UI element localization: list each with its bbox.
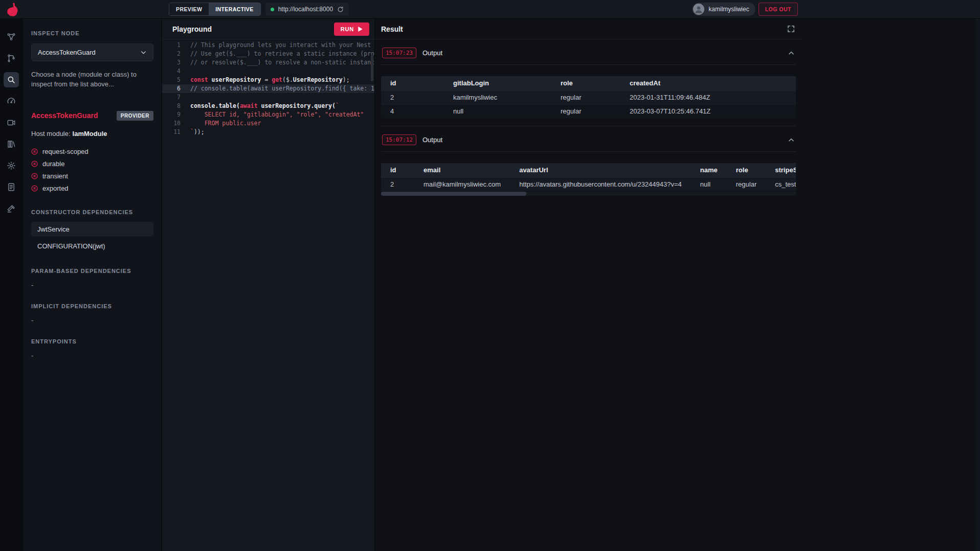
code-line[interactable]: 5const userRepository = get($.UserReposi… bbox=[162, 76, 374, 84]
output-table: idemailavatarUrlnamerolestripeSessionId2… bbox=[381, 163, 796, 191]
rail-item-inspect[interactable] bbox=[4, 72, 19, 87]
code-line[interactable]: 2// Use get($.___) to retrieve a static … bbox=[162, 50, 374, 58]
x-circle-icon bbox=[31, 185, 38, 192]
code-line[interactable]: 7 bbox=[162, 93, 374, 102]
line-number: 10 bbox=[162, 119, 181, 128]
table-cell: 4 bbox=[381, 104, 444, 118]
url-text: http://localhost:8000 bbox=[278, 6, 333, 13]
nestjs-logo[interactable] bbox=[0, 3, 23, 16]
play-icon bbox=[358, 27, 363, 32]
table-row[interactable]: 4nullregular2023-03-07T10:25:46.741Z bbox=[381, 104, 796, 118]
expand-icon[interactable] bbox=[787, 25, 795, 33]
flag-label: transient bbox=[42, 172, 68, 180]
line-number: 7 bbox=[162, 93, 181, 102]
avatar bbox=[693, 4, 704, 15]
table-cell: 2 bbox=[381, 177, 414, 191]
line-content: // or resolve($.___) to resolve a non-st… bbox=[181, 58, 374, 67]
horizontal-scrollbar-thumb[interactable] bbox=[381, 192, 526, 196]
result-header: Result bbox=[375, 19, 802, 39]
refresh-icon[interactable] bbox=[337, 6, 344, 13]
code-line[interactable]: 4 bbox=[162, 67, 374, 76]
rail-item-logs[interactable] bbox=[4, 179, 19, 195]
table-row[interactable]: 2kamilmysliwiecregular2023-01-31T11:09:4… bbox=[381, 90, 796, 104]
code-line[interactable]: 9 SELECT id, "gitlabLogin", "role", "cre… bbox=[162, 110, 374, 119]
node-select[interactable]: AccessTokenGuard bbox=[31, 43, 153, 61]
app-body: INSPECT NODE AccessTokenGuard Choose a n… bbox=[0, 19, 802, 551]
line-content: // This playground lets you interact wit… bbox=[181, 41, 374, 50]
line-content: SELECT id, "gitlabLogin", "role", "creat… bbox=[181, 110, 364, 119]
tab-preview[interactable]: PREVIEW bbox=[169, 3, 209, 15]
result-panel: Result 15:07:23OutputidgitlabLoginrolecr… bbox=[375, 19, 802, 551]
rail-item-library[interactable] bbox=[4, 136, 19, 152]
table-cell: null bbox=[691, 177, 727, 191]
mode-tabs: PREVIEW INTERACTIVE bbox=[169, 3, 261, 16]
flag-row: exported bbox=[31, 182, 153, 195]
table-cell: mail@kamilmysliwiec.com bbox=[414, 177, 510, 191]
table-header-row: idemailavatarUrlnamerolestripeSessionId bbox=[381, 163, 796, 177]
dependency-item[interactable]: CONFIGURATION(jwt) bbox=[31, 239, 153, 254]
settings-icon bbox=[7, 161, 16, 170]
code-line[interactable]: 3// or resolve($.___) to resolve a non-s… bbox=[162, 58, 374, 67]
chevron-down-icon bbox=[140, 49, 147, 56]
code-line[interactable]: 8console.table(await userRepository.quer… bbox=[162, 102, 374, 110]
flag-row: request-scoped bbox=[31, 146, 153, 158]
line-content bbox=[181, 67, 190, 76]
code-line[interactable]: 1// This playground lets you interact wi… bbox=[162, 41, 374, 50]
code-line[interactable]: 10 FROM public.user bbox=[162, 119, 374, 128]
icon-rail bbox=[0, 19, 23, 551]
logout-button[interactable]: LOG OUT bbox=[759, 3, 798, 16]
code-line[interactable]: 11`)); bbox=[162, 128, 374, 136]
tab-interactive[interactable]: INTERACTIVE bbox=[209, 3, 260, 15]
flag-label: durable bbox=[42, 160, 64, 168]
chevron-up-icon[interactable] bbox=[788, 50, 795, 57]
chevron-up-icon[interactable] bbox=[788, 136, 795, 144]
rail-item-modules[interactable] bbox=[4, 29, 19, 44]
section-title: PARAM-BASED DEPENDENCIES bbox=[31, 268, 153, 274]
rail-item-performance[interactable] bbox=[4, 94, 19, 109]
node-name: AccessTokenGuard bbox=[31, 111, 98, 120]
host-module-label: Host module: bbox=[31, 130, 71, 137]
x-circle-icon bbox=[31, 160, 38, 167]
recorder-icon bbox=[7, 118, 16, 127]
flag-row: transient bbox=[31, 170, 153, 182]
sidebar: INSPECT NODE AccessTokenGuard Choose a n… bbox=[23, 19, 162, 551]
table-cell: cs_test_b1Yk00 bbox=[766, 177, 796, 191]
rail-item-settings[interactable] bbox=[4, 158, 19, 173]
table-header-row: idgitlabLoginrolecreatedAt bbox=[381, 76, 796, 90]
status-dot bbox=[271, 8, 274, 11]
code-editor[interactable]: 1// This playground lets you interact wi… bbox=[162, 39, 374, 551]
column-header: email bbox=[414, 163, 510, 177]
column-header: avatarUrl bbox=[510, 163, 691, 177]
code-line[interactable]: 6// console.table(await userRepository.f… bbox=[162, 84, 374, 93]
output-header[interactable]: 15:07:12Output bbox=[381, 130, 796, 152]
output-header[interactable]: 15:07:23Output bbox=[381, 43, 796, 65]
node-select-value: AccessTokenGuard bbox=[38, 49, 96, 56]
modules-icon bbox=[7, 32, 16, 41]
code-area: 1// This playground lets you interact wi… bbox=[162, 41, 374, 136]
inspect-node-label: INSPECT NODE bbox=[31, 30, 153, 36]
editor-scrollbar[interactable] bbox=[371, 55, 373, 81]
table-row[interactable]: 2mail@kamilmysliwiec.comhttps://avatars.… bbox=[381, 177, 796, 191]
url-bar[interactable]: http://localhost:8000 bbox=[265, 3, 349, 16]
line-number: 1 bbox=[162, 41, 181, 50]
user-chip[interactable]: kamilmysliwiec bbox=[692, 3, 755, 16]
window-scrollbar[interactable] bbox=[976, 0, 980, 551]
column-header: gitlabLogin bbox=[444, 76, 551, 90]
rail-item-recorder[interactable] bbox=[4, 115, 19, 130]
table-cell: 2023-03-07T10:25:46.741Z bbox=[620, 104, 796, 118]
node-flags: request-scopeddurabletransientexported bbox=[31, 146, 153, 195]
hint-text: Choose a node (module or class) to inspe… bbox=[31, 70, 153, 89]
column-header: name bbox=[691, 163, 727, 177]
run-button[interactable]: RUN bbox=[334, 22, 369, 36]
rail-item-pipeline[interactable] bbox=[4, 51, 19, 66]
line-content: const userRepository = get($.UserReposit… bbox=[181, 76, 350, 84]
node-header: AccessTokenGuard PROVIDER bbox=[31, 111, 153, 121]
section-title: ENTRYPOINTS bbox=[31, 338, 153, 345]
horizontal-scrollbar[interactable] bbox=[381, 192, 796, 196]
page: { "topbar": { "tabs": [ {"label": "PREVI… bbox=[0, 0, 980, 551]
provider-badge: PROVIDER bbox=[117, 111, 153, 121]
table-cell: regular bbox=[727, 177, 766, 191]
library-icon bbox=[7, 140, 16, 149]
dependency-item[interactable]: JwtService bbox=[31, 222, 153, 237]
rail-item-audit[interactable] bbox=[4, 201, 19, 216]
